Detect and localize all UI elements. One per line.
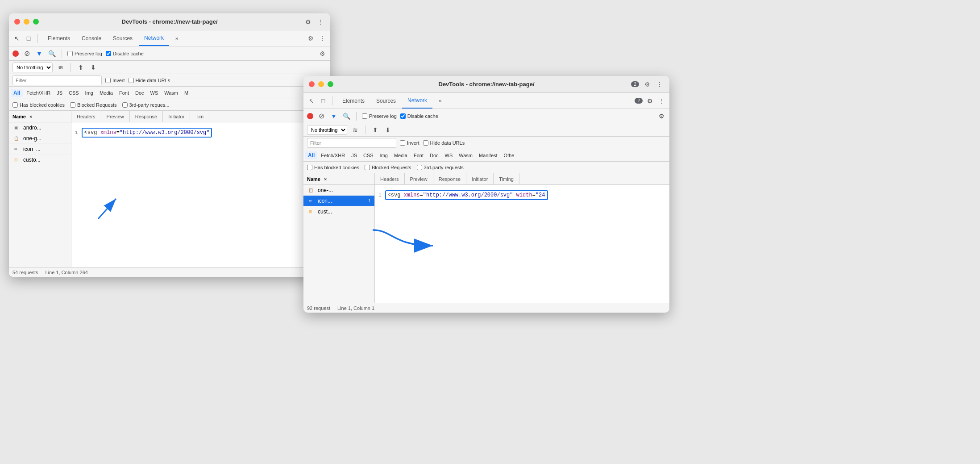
col-tab-timing-1[interactable]: Tim <box>190 111 209 122</box>
table-row[interactable]: 📋 one-g... <box>9 133 71 144</box>
throttle-select-1[interactable]: No throttling <box>12 63 53 72</box>
table-row[interactable]: ▣ andro... <box>9 122 71 133</box>
settings-icon-1[interactable]: ⚙ <box>306 34 315 43</box>
settings2-icon-2[interactable]: ⚙ <box>657 112 666 121</box>
filter-all-1[interactable]: All <box>11 89 23 97</box>
minimize-button-2[interactable] <box>318 81 324 87</box>
filter-img-2[interactable]: Img <box>377 152 390 159</box>
throttle-select-2[interactable]: No throttling <box>307 125 347 135</box>
download-icon-1[interactable]: ⬇ <box>89 63 98 72</box>
filter-doc-2[interactable]: Doc <box>427 152 441 159</box>
tab-network-1[interactable]: Network <box>139 30 169 46</box>
clear-icon-2[interactable]: ⊘ <box>317 112 326 121</box>
tab-more-2[interactable]: » <box>433 93 447 109</box>
table-row[interactable]: ✏ icon_... <box>9 144 71 155</box>
filter-input-2[interactable] <box>307 138 396 148</box>
close-button-1[interactable] <box>14 19 20 25</box>
filter-other-2[interactable]: Othe <box>501 152 517 159</box>
filter-more-1[interactable]: M <box>182 89 191 96</box>
third-party-2[interactable] <box>417 165 422 170</box>
cursor-icon-2[interactable]: ↖ <box>307 96 316 105</box>
filter-fetchxhr-2[interactable]: Fetch/XHR <box>318 152 348 159</box>
filter-font-2[interactable]: Font <box>411 152 426 159</box>
filter-icon-1[interactable]: ▼ <box>35 49 44 58</box>
col-tab-headers-1[interactable]: Headers <box>71 111 101 122</box>
disable-cache-label-2[interactable]: Disable cache <box>400 113 438 119</box>
close-button-2[interactable] <box>309 81 315 87</box>
filter-doc-1[interactable]: Doc <box>133 89 147 96</box>
settings2-icon-1[interactable]: ⚙ <box>318 49 327 58</box>
filter-media-1[interactable]: Media <box>97 89 116 96</box>
filter-wasm-2[interactable]: Wasm <box>456 152 475 159</box>
search-icon-1[interactable]: 🔍 <box>47 49 56 58</box>
filter-icon-2[interactable]: ▼ <box>329 112 338 121</box>
third-party-label-2[interactable]: 3rd-party requests <box>417 165 464 170</box>
maximize-button-2[interactable] <box>328 81 333 87</box>
search-icon-2[interactable]: 🔍 <box>342 112 351 121</box>
hide-data-checkbox-2[interactable] <box>423 140 428 146</box>
hide-data-label-2[interactable]: Hide data URLs <box>423 140 465 146</box>
col-tab-timing-2[interactable]: Timing <box>494 173 519 184</box>
upload-icon-2[interactable]: ⬆ <box>371 125 380 134</box>
gear-icon-1[interactable]: ⚙ <box>303 17 312 26</box>
filter-fetchxhr-1[interactable]: Fetch/XHR <box>24 89 53 96</box>
wifi-icon-1[interactable]: ≋ <box>56 63 65 72</box>
filter-font-1[interactable]: Font <box>116 89 132 96</box>
third-party-1[interactable] <box>122 102 128 108</box>
table-row[interactable]: 📋 one-... <box>303 185 374 196</box>
record-button-2[interactable] <box>307 113 313 119</box>
tab-elements-2[interactable]: Elements <box>337 93 370 109</box>
dots-icon-2[interactable]: ⋮ <box>657 96 666 105</box>
tab-sources-2[interactable]: Sources <box>371 93 401 109</box>
blocked-req-1[interactable] <box>70 102 75 108</box>
preserve-log-label-1[interactable]: Preserve log <box>67 51 102 56</box>
invert-checkbox-1[interactable] <box>105 78 111 83</box>
disable-cache-label-1[interactable]: Disable cache <box>106 51 144 56</box>
col-tab-preview-2[interactable]: Preview <box>405 173 433 184</box>
gear-icon-2[interactable]: ⚙ <box>643 80 652 89</box>
disable-cache-checkbox-2[interactable] <box>400 113 406 119</box>
preserve-log-label-2[interactable]: Preserve log <box>362 113 397 119</box>
clear-icon-1[interactable]: ⊘ <box>22 49 31 58</box>
blocked-req-label-2[interactable]: Blocked Requests <box>365 165 411 170</box>
blocked-cookies-1[interactable] <box>12 102 18 108</box>
filter-wasm-1[interactable]: Wasm <box>162 89 181 96</box>
record-button-1[interactable] <box>12 50 19 57</box>
table-row[interactable]: ✏ icon... 1 <box>303 196 374 206</box>
filter-img-1[interactable]: Img <box>83 89 96 96</box>
dots-icon-1[interactable]: ⋮ <box>318 34 327 43</box>
blocked-req-label-1[interactable]: Blocked Requests <box>70 102 117 108</box>
preserve-log-checkbox-1[interactable] <box>67 51 73 56</box>
tab-more-1[interactable]: » <box>170 30 184 46</box>
blocked-cookies-label-2[interactable]: Has blocked cookies <box>307 165 359 170</box>
maximize-button-1[interactable] <box>33 19 39 25</box>
table-row[interactable]: ⊞ cust... <box>303 206 374 217</box>
col-tab-response-2[interactable]: Response <box>433 173 467 184</box>
inspect-icon-2[interactable]: □ <box>319 96 328 105</box>
col-tab-response-1[interactable]: Response <box>130 111 163 122</box>
blocked-cookies-label-1[interactable]: Has blocked cookies <box>12 102 65 108</box>
more-icon-2[interactable]: ⋮ <box>655 80 664 89</box>
filter-input-1[interactable] <box>12 75 102 85</box>
blocked-req-2[interactable] <box>365 165 370 170</box>
filter-manifest-2[interactable]: Manifest <box>476 152 500 159</box>
filter-ws-2[interactable]: WS <box>442 152 456 159</box>
filter-js-2[interactable]: JS <box>349 152 360 159</box>
more-icon-1[interactable]: ⋮ <box>316 17 325 26</box>
col-tab-headers-2[interactable]: Headers <box>375 173 405 184</box>
upload-icon-1[interactable]: ⬆ <box>76 63 85 72</box>
minimize-button-1[interactable] <box>24 19 29 25</box>
hide-data-checkbox-1[interactable] <box>129 78 134 83</box>
filter-all-2[interactable]: All <box>305 151 317 159</box>
invert-label-1[interactable]: Invert <box>105 78 125 83</box>
tab-elements-1[interactable]: Elements <box>42 30 75 46</box>
col-tab-initiator-2[interactable]: Initiator <box>466 173 494 184</box>
filter-css-2[interactable]: CSS <box>361 152 376 159</box>
invert-checkbox-2[interactable] <box>400 140 405 146</box>
download-icon-2[interactable]: ⬇ <box>383 125 392 134</box>
cursor-icon-1[interactable]: ↖ <box>12 34 21 43</box>
col-tab-preview-1[interactable]: Preview <box>101 111 130 122</box>
inspect-icon-1[interactable]: □ <box>24 34 33 43</box>
filter-css-1[interactable]: CSS <box>66 89 82 96</box>
settings-icon-2[interactable]: ⚙ <box>645 96 654 105</box>
